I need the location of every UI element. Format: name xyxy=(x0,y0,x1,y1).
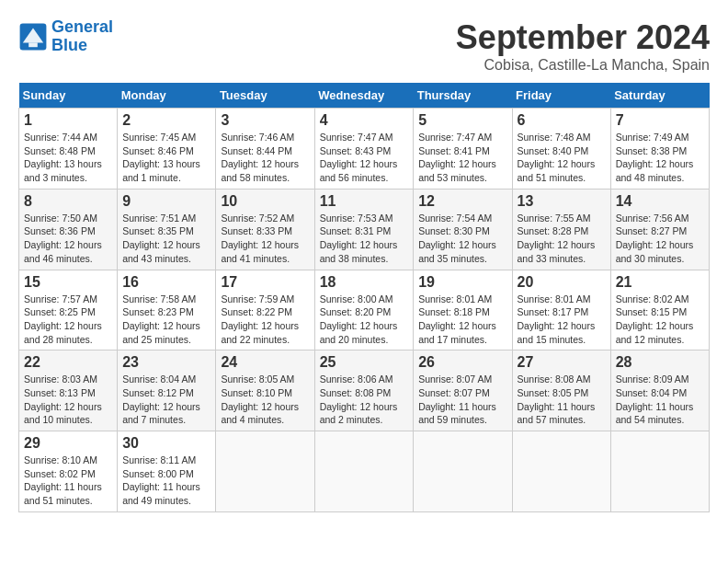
day-number: 12 xyxy=(418,193,506,210)
day-cell: 16Sunrise: 7:58 AM Sunset: 8:23 PM Dayli… xyxy=(118,270,216,350)
day-number: 9 xyxy=(122,193,210,210)
day-number: 2 xyxy=(122,112,210,129)
logo-text: General Blue xyxy=(51,18,113,55)
day-number: 24 xyxy=(221,354,309,371)
day-cell: 14Sunrise: 7:56 AM Sunset: 8:27 PM Dayli… xyxy=(610,189,709,270)
day-info: Sunrise: 8:06 AM Sunset: 8:08 PM Dayligh… xyxy=(320,373,409,427)
day-info: Sunrise: 8:09 AM Sunset: 8:04 PM Dayligh… xyxy=(616,373,704,427)
day-cell: 5Sunrise: 7:47 AM Sunset: 8:41 PM Daylig… xyxy=(414,109,512,190)
day-number: 13 xyxy=(518,193,606,210)
day-cell: 10Sunrise: 7:52 AM Sunset: 8:33 PM Dayli… xyxy=(216,189,314,270)
weekday-header-friday: Friday xyxy=(512,83,610,109)
day-info: Sunrise: 8:03 AM Sunset: 8:13 PM Dayligh… xyxy=(24,373,112,427)
week-row-4: 22Sunrise: 8:03 AM Sunset: 8:13 PM Dayli… xyxy=(19,350,710,431)
weekday-header-tuesday: Tuesday xyxy=(216,83,314,109)
day-info: Sunrise: 7:52 AM Sunset: 8:33 PM Dayligh… xyxy=(221,212,309,266)
week-row-3: 15Sunrise: 7:57 AM Sunset: 8:25 PM Dayli… xyxy=(19,270,710,350)
day-number: 15 xyxy=(24,274,112,291)
day-cell: 3Sunrise: 7:46 AM Sunset: 8:44 PM Daylig… xyxy=(216,109,314,190)
day-cell: 24Sunrise: 8:05 AM Sunset: 8:10 PM Dayli… xyxy=(216,350,314,431)
weekday-header-row: SundayMondayTuesdayWednesdayThursdayFrid… xyxy=(19,83,710,109)
day-number: 10 xyxy=(221,193,309,210)
day-cell: 22Sunrise: 8:03 AM Sunset: 8:13 PM Dayli… xyxy=(19,350,118,431)
day-number: 25 xyxy=(320,354,409,371)
day-info: Sunrise: 7:51 AM Sunset: 8:35 PM Dayligh… xyxy=(122,212,210,266)
calendar-table: SundayMondayTuesdayWednesdayThursdayFrid… xyxy=(18,83,710,512)
day-cell: 15Sunrise: 7:57 AM Sunset: 8:25 PM Dayli… xyxy=(19,270,118,350)
day-cell: 19Sunrise: 8:01 AM Sunset: 8:18 PM Dayli… xyxy=(414,270,512,350)
day-info: Sunrise: 7:45 AM Sunset: 8:46 PM Dayligh… xyxy=(122,131,210,185)
day-info: Sunrise: 8:07 AM Sunset: 8:07 PM Dayligh… xyxy=(418,373,506,427)
day-number: 19 xyxy=(418,274,506,291)
day-cell xyxy=(414,431,512,512)
day-number: 8 xyxy=(24,193,112,210)
day-info: Sunrise: 7:55 AM Sunset: 8:28 PM Dayligh… xyxy=(518,212,606,266)
day-number: 28 xyxy=(616,354,704,371)
day-cell: 4Sunrise: 7:47 AM Sunset: 8:43 PM Daylig… xyxy=(314,109,414,190)
day-info: Sunrise: 8:10 AM Sunset: 8:02 PM Dayligh… xyxy=(24,454,112,508)
day-cell: 20Sunrise: 8:01 AM Sunset: 8:17 PM Dayli… xyxy=(512,270,610,350)
day-number: 21 xyxy=(616,274,704,291)
day-info: Sunrise: 8:01 AM Sunset: 8:18 PM Dayligh… xyxy=(418,293,506,347)
day-number: 14 xyxy=(616,193,704,210)
day-number: 1 xyxy=(24,112,112,129)
day-number: 26 xyxy=(418,354,506,371)
day-number: 6 xyxy=(518,112,606,129)
weekday-header-wednesday: Wednesday xyxy=(314,83,414,109)
day-cell xyxy=(314,431,414,512)
day-cell: 2Sunrise: 7:45 AM Sunset: 8:46 PM Daylig… xyxy=(118,109,216,190)
header: General Blue September 2024 Cobisa, Cast… xyxy=(18,18,710,74)
day-info: Sunrise: 7:47 AM Sunset: 8:43 PM Dayligh… xyxy=(320,131,409,185)
day-number: 3 xyxy=(221,112,309,129)
month-title: September 2024 xyxy=(456,18,710,57)
day-info: Sunrise: 8:02 AM Sunset: 8:15 PM Dayligh… xyxy=(616,293,704,347)
svg-rect-2 xyxy=(28,42,38,47)
day-cell: 8Sunrise: 7:50 AM Sunset: 8:36 PM Daylig… xyxy=(19,189,118,270)
logo-icon xyxy=(18,22,48,52)
weekday-header-saturday: Saturday xyxy=(610,83,709,109)
day-cell: 28Sunrise: 8:09 AM Sunset: 8:04 PM Dayli… xyxy=(610,350,709,431)
day-cell xyxy=(512,431,610,512)
day-cell: 29Sunrise: 8:10 AM Sunset: 8:02 PM Dayli… xyxy=(19,431,118,512)
day-info: Sunrise: 7:59 AM Sunset: 8:22 PM Dayligh… xyxy=(221,293,309,347)
title-area: September 2024 Cobisa, Castille-La Manch… xyxy=(456,18,710,74)
day-info: Sunrise: 7:47 AM Sunset: 8:41 PM Dayligh… xyxy=(418,131,506,185)
day-cell: 1Sunrise: 7:44 AM Sunset: 8:48 PM Daylig… xyxy=(19,109,118,190)
logo-line2: Blue xyxy=(51,36,87,54)
day-number: 30 xyxy=(122,435,210,452)
day-number: 17 xyxy=(221,274,309,291)
day-number: 16 xyxy=(122,274,210,291)
day-cell xyxy=(610,431,709,512)
day-cell: 17Sunrise: 7:59 AM Sunset: 8:22 PM Dayli… xyxy=(216,270,314,350)
day-number: 23 xyxy=(122,354,210,371)
day-info: Sunrise: 7:50 AM Sunset: 8:36 PM Dayligh… xyxy=(24,212,112,266)
day-number: 20 xyxy=(518,274,606,291)
weekday-header-thursday: Thursday xyxy=(414,83,512,109)
day-number: 27 xyxy=(518,354,606,371)
day-cell: 12Sunrise: 7:54 AM Sunset: 8:30 PM Dayli… xyxy=(414,189,512,270)
day-info: Sunrise: 7:48 AM Sunset: 8:40 PM Dayligh… xyxy=(518,131,606,185)
day-info: Sunrise: 8:00 AM Sunset: 8:20 PM Dayligh… xyxy=(320,293,409,347)
day-cell: 23Sunrise: 8:04 AM Sunset: 8:12 PM Dayli… xyxy=(118,350,216,431)
day-info: Sunrise: 7:54 AM Sunset: 8:30 PM Dayligh… xyxy=(418,212,506,266)
day-info: Sunrise: 7:46 AM Sunset: 8:44 PM Dayligh… xyxy=(221,131,309,185)
day-cell: 7Sunrise: 7:49 AM Sunset: 8:38 PM Daylig… xyxy=(610,109,709,190)
day-info: Sunrise: 7:49 AM Sunset: 8:38 PM Dayligh… xyxy=(616,131,704,185)
logo-line1: General xyxy=(51,17,113,36)
day-info: Sunrise: 7:56 AM Sunset: 8:27 PM Dayligh… xyxy=(616,212,704,266)
location-title: Cobisa, Castille-La Mancha, Spain xyxy=(456,57,710,74)
day-info: Sunrise: 8:04 AM Sunset: 8:12 PM Dayligh… xyxy=(122,373,210,427)
day-cell: 30Sunrise: 8:11 AM Sunset: 8:00 PM Dayli… xyxy=(118,431,216,512)
day-cell: 26Sunrise: 8:07 AM Sunset: 8:07 PM Dayli… xyxy=(414,350,512,431)
day-cell: 27Sunrise: 8:08 AM Sunset: 8:05 PM Dayli… xyxy=(512,350,610,431)
day-info: Sunrise: 7:53 AM Sunset: 8:31 PM Dayligh… xyxy=(320,212,409,266)
day-number: 29 xyxy=(24,435,112,452)
day-cell: 6Sunrise: 7:48 AM Sunset: 8:40 PM Daylig… xyxy=(512,109,610,190)
day-number: 18 xyxy=(320,274,409,291)
day-info: Sunrise: 8:01 AM Sunset: 8:17 PM Dayligh… xyxy=(518,293,606,347)
day-cell: 25Sunrise: 8:06 AM Sunset: 8:08 PM Dayli… xyxy=(314,350,414,431)
weekday-header-monday: Monday xyxy=(118,83,216,109)
day-number: 5 xyxy=(418,112,506,129)
day-cell: 13Sunrise: 7:55 AM Sunset: 8:28 PM Dayli… xyxy=(512,189,610,270)
day-cell: 9Sunrise: 7:51 AM Sunset: 8:35 PM Daylig… xyxy=(118,189,216,270)
